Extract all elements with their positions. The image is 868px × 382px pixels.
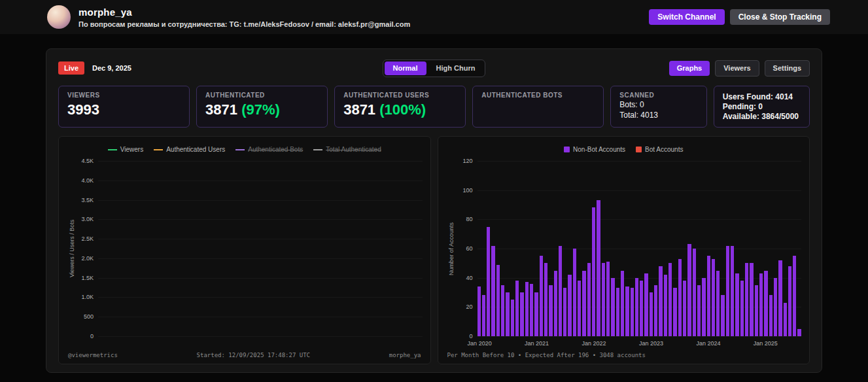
bar [778, 260, 782, 336]
charts-row: ViewersAuthenticated UsersAuthenticated … [58, 136, 810, 364]
gridline [98, 219, 423, 220]
legend-item-authenticated-bots[interactable]: Authenticated Bots [235, 146, 303, 153]
bar [755, 285, 758, 336]
bar [664, 275, 667, 336]
legend-swatch-authenticated-users [154, 149, 163, 150]
y-tick: 2.5K [81, 235, 94, 242]
gridline [98, 258, 423, 259]
available: Available: 3864/5000 [723, 112, 801, 121]
close-stop-tracking-button[interactable]: Close & Stop Tracking [730, 9, 830, 25]
legend-item-bot-accounts[interactable]: Bot Accounts [636, 146, 683, 153]
gridline [98, 181, 423, 181]
mode-high-churn-button[interactable]: High Churn [428, 61, 484, 75]
bar [496, 265, 500, 336]
x-tick: Jan 2020 [468, 340, 492, 347]
y-tick: 4.0K [81, 177, 94, 184]
bar [563, 288, 566, 336]
bar [659, 266, 662, 336]
x-tick: Jan 2024 [696, 340, 720, 347]
legend-item-non-bot-accounts[interactable]: Non-Bot Accounts [564, 146, 625, 153]
gridline [98, 200, 423, 201]
bar [735, 273, 738, 336]
bar [750, 263, 753, 336]
bar [702, 278, 705, 336]
stat-card-capacity: Users Found: 4014 Pending: 0 Available: … [714, 86, 810, 128]
legend-item-authenticated-users[interactable]: Authenticated Users [154, 146, 225, 153]
stat-percent: (97%) [241, 101, 280, 118]
line-chart-y-axis-label: Viewers / Users / Bots [67, 161, 77, 336]
bar [506, 292, 509, 336]
legend-label: Bot Accounts [645, 146, 683, 153]
legend-label: Authenticated Users [166, 146, 225, 153]
bar [764, 271, 767, 337]
legend-swatch-authenticated-bots [235, 149, 245, 150]
y-tick: 120 [462, 158, 472, 164]
stat-percent: (100%) [379, 101, 426, 118]
bar [559, 246, 562, 336]
legend-label: Viewers [120, 146, 143, 153]
legend-item-total-authenticated[interactable]: Total Authenticated [313, 146, 381, 153]
bar [745, 263, 748, 336]
avatar [47, 5, 71, 29]
pending: Pending: 0 [723, 102, 801, 111]
bar-chart-footer: Per Month Before 10 • Expected After 196… [446, 349, 802, 361]
x-tick: Jan 2021 [525, 340, 549, 347]
bar [611, 278, 614, 336]
bar [544, 263, 547, 336]
bar [491, 246, 495, 336]
bar [631, 288, 634, 336]
bar [668, 263, 672, 336]
stat-label: AUTHENTICATED [205, 92, 319, 99]
bar [487, 227, 490, 337]
y-tick: 20 [466, 304, 472, 310]
line-chart-legend: ViewersAuthenticated UsersAuthenticated … [67, 142, 423, 161]
legend-swatch-viewers [108, 149, 117, 150]
bar [797, 329, 801, 336]
switch-channel-button[interactable]: Switch Channel [649, 9, 724, 25]
legend-label: Non-Bot Accounts [573, 146, 625, 153]
bar-chart-x-axis: Jan 2020Jan 2021Jan 2022Jan 2023Jan 2024… [477, 336, 802, 349]
stat-card-scanned: SCANNED Bots: 0 Total: 4013 [610, 86, 706, 128]
stats-row: VIEWERS 3993 AUTHENTICATED 3871 (97%) AU… [58, 86, 810, 128]
bar-chart-plot-area [477, 161, 802, 336]
gridline [98, 317, 423, 317]
bar [520, 292, 523, 336]
bar [644, 273, 648, 336]
tab-viewers[interactable]: Viewers [715, 60, 759, 77]
chart-watermark: @viewermetrics [68, 352, 118, 358]
stat-value: 3871 (97%) [205, 101, 319, 118]
bar [602, 263, 605, 336]
bar-chart-legend: Non-Bot AccountsBot Accounts [446, 142, 802, 161]
stat-card-authenticated-users: AUTHENTICATED USERS 3871 (100%) [334, 86, 466, 128]
bar [625, 286, 629, 336]
legend-item-viewers[interactable]: Viewers [108, 146, 143, 153]
bar [592, 207, 595, 336]
tab-graphs[interactable]: Graphs [669, 61, 710, 76]
bar [640, 281, 643, 336]
stat-card-viewers: VIEWERS 3993 [58, 86, 190, 128]
stat-label: AUTHENTICATED BOTS [481, 92, 595, 99]
bar [568, 275, 571, 336]
bar [621, 271, 624, 337]
bar [774, 278, 777, 336]
stat-card-authenticated: AUTHENTICATED 3871 (97%) [196, 86, 328, 128]
bar [578, 281, 581, 336]
bar [683, 281, 686, 336]
bar [534, 292, 538, 336]
line-chart-plot-wrap: Viewers / Users / Bots 4.5K4.0K3.5K3.0K2… [67, 161, 423, 336]
bars-container [477, 161, 802, 336]
y-tick: 500 [84, 313, 94, 320]
bar [740, 281, 744, 336]
bar [582, 271, 585, 337]
main-panel: Live Dec 9, 2025 Normal High Churn Graph… [46, 48, 822, 373]
tab-settings[interactable]: Settings [765, 60, 810, 77]
y-tick: 0 [90, 333, 94, 339]
bar [530, 284, 533, 336]
mode-normal-button[interactable]: Normal [385, 61, 426, 75]
y-tick: 1.0K [81, 294, 94, 300]
stat-number: 3871 [205, 101, 237, 118]
bar [554, 271, 557, 337]
x-tick: Jan 2025 [754, 340, 778, 347]
users-found: Users Found: 4014 [723, 92, 801, 101]
y-tick: 80 [466, 216, 472, 222]
